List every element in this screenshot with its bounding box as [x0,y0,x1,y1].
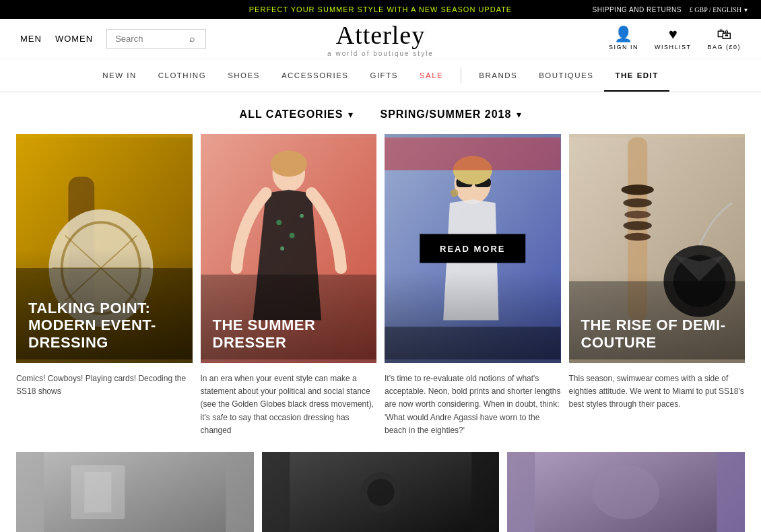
categories-filter[interactable]: ALL CATEGORIES ▾ [240,108,354,121]
card-2-title: THE SUMMER DRESSER [213,317,365,351]
nav-gifts[interactable]: GIFTS [359,59,408,92]
nav-accessories[interactable]: ACCESSORIES [271,59,360,92]
currency-selector[interactable]: £ GBP / ENGLISH ▾ [690,6,748,13]
preview-card-1[interactable] [12,452,258,532]
preview-image-1 [16,452,254,532]
promo-text: PERFECT YOUR SUMMER STYLE WITH A NEW SEA… [249,5,512,13]
season-filter[interactable]: SPRING/SUMMER 2018 ▾ [380,108,521,121]
svg-point-30 [623,221,652,230]
svg-point-29 [624,211,651,219]
card-1-title: TALKING POINT: MODERN EVENT-DRESSING [28,300,180,351]
season-chevron-icon: ▾ [517,109,521,121]
nav-shoes[interactable]: SHOES [217,59,271,92]
card-4-description: This season, swimwear comes with a side … [569,363,746,418]
card-read-more: READ MORE It's time to re-evaluate old n… [380,134,565,444]
svg-point-13 [300,214,304,218]
categories-chevron-icon: ▾ [348,109,353,121]
card-demi-couture: THE RISE OF DEMI-COUTURE This season, sw… [565,134,750,444]
svg-rect-24 [385,327,561,359]
svg-point-40 [367,479,394,506]
card-4-image[interactable]: THE RISE OF DEMI-COUTURE [569,134,746,363]
preview-card-3[interactable] [503,452,749,532]
preview-card-2[interactable] [258,452,504,532]
svg-point-14 [280,246,284,251]
site-logo[interactable]: Atterley a world of boutique style [327,20,434,57]
wishlist-label: WISHLIST [655,44,692,51]
svg-point-11 [276,220,282,225]
card-4-title: THE RISE OF DEMI-COUTURE [581,317,733,351]
currency-chevron-icon: ▾ [744,6,748,13]
nav-women-link[interactable]: WOMEN [55,34,93,44]
nav-the-edit: THE EDIT [604,59,669,92]
svg-point-31 [624,233,651,241]
bag-icon: 🛍 [717,27,731,42]
cards-grid: TALKING POINT: MODERN EVENT-DRESSING Com… [0,134,761,444]
header-right-links: SHIPPING AND RETURNS £ GBP / ENGLISH ▾ [593,6,748,13]
nav-sale[interactable]: SALE [409,59,454,92]
preview-image-2 [262,452,500,532]
header-actions: 👤 SIGN IN ♥ WISHLIST 🛍 BAG (£0) [609,27,741,51]
nav-divider [461,67,461,84]
svg-point-10 [270,151,306,177]
search-bar[interactable]: ⌕ [106,29,206,49]
nav-men-link[interactable]: MEN [20,34,42,44]
person-icon: 👤 [614,27,632,42]
nav-boutiques[interactable]: BOUTIQUES [528,59,604,92]
svg-point-42 [593,465,660,519]
card-1-image[interactable]: TALKING POINT: MODERN EVENT-DRESSING [16,134,193,363]
nav-right: BRANDS BOUTIQUES [468,59,604,92]
card-3-description: It's time to re-evaluate old notions of … [385,363,561,444]
card-talking-point: TALKING POINT: MODERN EVENT-DRESSING Com… [12,134,197,444]
announcement-bar: PERFECT YOUR SUMMER STYLE WITH A NEW SEA… [0,0,761,19]
card-summer-dresser: THE SUMMER DRESSER In an era when your e… [197,134,381,444]
svg-rect-23 [385,137,561,170]
card-3-image[interactable]: READ MORE [385,134,561,363]
bag-button[interactable]: 🛍 BAG (£0) [707,27,741,51]
card-2-description: In an era when your event style can make… [201,363,377,444]
preview-2-svg [262,452,500,532]
logo-text: Atterley [327,20,434,50]
filters-section: ALL CATEGORIES ▾ SPRING/SUMMER 2018 ▾ [0,92,761,134]
sign-in-label: SIGN IN [609,44,638,51]
bottom-preview-row [0,444,761,532]
svg-point-27 [621,185,653,195]
svg-point-22 [451,189,459,197]
bag-label: BAG (£0) [707,44,741,51]
card-1-description: Comics! Cowboys! Playing cards! Decoding… [16,363,193,405]
wishlist-button[interactable]: ♥ WISHLIST [655,27,692,51]
svg-point-12 [289,233,294,238]
categories-filter-label: ALL CATEGORIES [240,108,343,121]
site-header: MEN WOMEN ⌕ Atterley a world of boutique… [0,19,761,59]
logo-tagline: a world of boutique style [327,50,434,57]
svg-point-28 [623,198,652,207]
search-input[interactable] [115,34,189,44]
nav-the-edit-link[interactable]: THE EDIT [604,59,669,92]
preview-image-3 [507,452,745,532]
nav-left: NEW IN CLOTHING SHOES ACCESSORIES GIFTS … [92,59,454,92]
nav-inner: NEW IN CLOTHING SHOES ACCESSORIES GIFTS … [0,59,761,92]
read-more-button[interactable]: READ MORE [420,234,525,263]
svg-rect-37 [84,472,111,512]
preview-1-svg [16,452,254,532]
nav-new-in[interactable]: NEW IN [92,59,147,92]
header-nav-left: MEN WOMEN ⌕ [20,29,206,49]
nav-clothing[interactable]: CLOTHING [147,59,217,92]
card-2-image[interactable]: THE SUMMER DRESSER [201,134,377,363]
sign-in-button[interactable]: 👤 SIGN IN [609,27,638,51]
main-navigation: NEW IN CLOTHING SHOES ACCESSORIES GIFTS … [0,59,761,92]
shipping-returns-link[interactable]: SHIPPING AND RETURNS [593,6,682,13]
season-filter-label: SPRING/SUMMER 2018 [380,108,511,121]
search-icon[interactable]: ⌕ [189,34,195,44]
heart-icon: ♥ [669,27,677,42]
full-nav: NEW IN CLOTHING SHOES ACCESSORIES GIFTS … [92,59,669,92]
preview-3-svg [507,452,745,532]
nav-brands[interactable]: BRANDS [468,59,528,92]
